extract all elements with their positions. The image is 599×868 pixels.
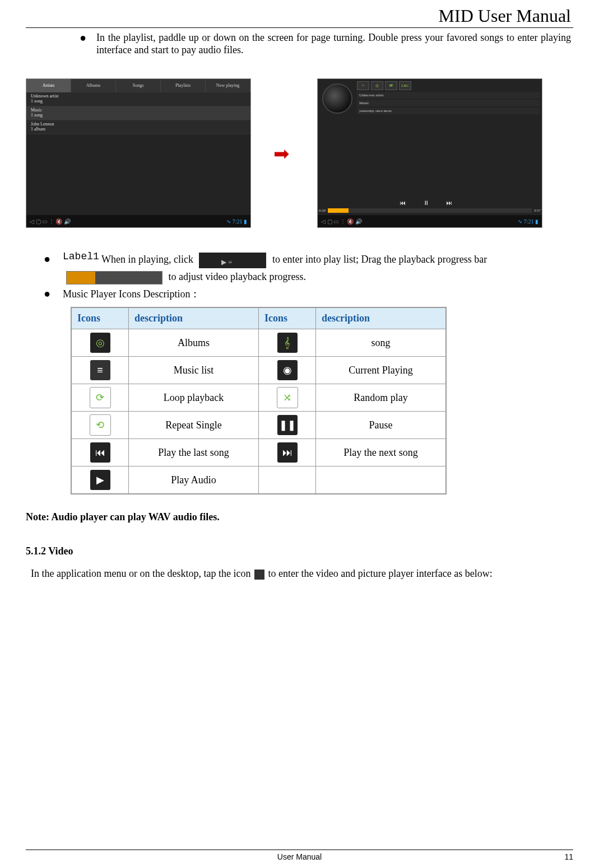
cell: Current Playing xyxy=(316,357,447,384)
body-text: In the application menu or on the deskto… xyxy=(26,567,573,580)
video-app-icon xyxy=(254,570,264,580)
repeat-one-icon: ⟲ xyxy=(90,414,111,436)
tab-playlists[interactable]: Playlists xyxy=(161,79,206,92)
footer-center: User Manual xyxy=(43,852,556,861)
header-rule xyxy=(26,27,573,28)
label1: Label1 xyxy=(63,251,99,262)
th-icons: Icons xyxy=(259,307,316,329)
bullet-item-3: ● Music Player Icons Description： xyxy=(44,285,573,302)
header-title: MID User Manual xyxy=(26,6,573,26)
th-icons: Icons xyxy=(71,307,129,329)
play-icon: ▶ xyxy=(90,470,110,490)
clock: ∿ 7:21 ▮ xyxy=(518,218,538,225)
bullet-item-2: ● Label1 When in playing, click to enter… xyxy=(44,250,573,285)
cell: Albums xyxy=(129,329,259,357)
next-icon: ⏭ xyxy=(277,442,298,463)
nowplaying-icon: ◉ xyxy=(277,360,298,380)
tab-albums[interactable]: Albums xyxy=(71,79,116,92)
song-icon: 𝄞 xyxy=(277,333,298,353)
icon-table: Icons description Icons description ◎ Al… xyxy=(71,307,447,494)
tab-bar: Artists Albums Songs Playlists Now playi… xyxy=(26,79,250,92)
cell: Play Audio xyxy=(129,466,259,494)
cell: Music list xyxy=(129,357,259,384)
bullet-item-1: ● In the playlist, paddle up or down on … xyxy=(80,31,571,56)
cell: Repeat Single xyxy=(129,412,259,439)
album-line: Music xyxy=(357,100,540,106)
list-item[interactable]: John Lennon1 album xyxy=(26,120,250,134)
prev-icon: ⏮ xyxy=(90,442,110,463)
lrc-icon[interactable]: LRC xyxy=(399,81,411,90)
screenshot-player: ≡ ◎ ⇄ LRC Unknown artist Music yesterday… xyxy=(317,78,542,228)
cell: Pause xyxy=(316,412,447,439)
text: to adjust video playback progress. xyxy=(169,271,306,282)
loop-icon: ⟳ xyxy=(90,387,111,408)
section-heading: 5.1.2 Video xyxy=(26,545,573,557)
bullet-text: In the playlist, paddle up or down on th… xyxy=(96,31,571,56)
musiclist-icon: ≡ xyxy=(90,360,110,380)
nowplaying-icon[interactable]: ◎ xyxy=(371,81,383,90)
th-desc: description xyxy=(129,307,259,329)
albums-icon: ◎ xyxy=(90,333,110,353)
tab-nowplaying[interactable]: Now playing xyxy=(206,79,250,92)
playlist-icon[interactable]: ≡ xyxy=(357,81,369,90)
tab-artists[interactable]: Artists xyxy=(26,79,71,92)
th-desc: description xyxy=(316,307,447,329)
cell: Play the last song xyxy=(129,439,259,466)
nav-icons[interactable]: ◁ ▢ ▭ ⋮ 🔇 🔊 xyxy=(30,218,71,225)
bullet-dot: ● xyxy=(44,285,53,302)
artist-line: Unknown artist xyxy=(357,92,540,99)
text: When in playing, click xyxy=(101,254,193,265)
note-text: Note: Audio player can play WAV audio fi… xyxy=(26,511,573,523)
bullet-dot: ● xyxy=(44,250,53,267)
screenshot-playlist: Artists Albums Songs Playlists Now playi… xyxy=(26,78,251,228)
footer: User Manual 11 xyxy=(26,850,573,861)
title-line: yesterday once more xyxy=(357,108,540,114)
cell xyxy=(316,466,447,494)
playback-controls[interactable]: ⏮ ⏸ ⏭ xyxy=(318,199,542,206)
cell: song xyxy=(316,329,447,357)
cell: Loop playback xyxy=(129,384,259,412)
clock: ∿ 7:21 ▮ xyxy=(226,218,247,225)
progress-bar[interactable]: 0:20 3:57 xyxy=(319,207,541,214)
pause-icon: ❚❚ xyxy=(277,415,298,435)
bullet-text: Music Player Icons Description： xyxy=(63,286,573,302)
list-item[interactable]: Music1 song xyxy=(26,106,250,120)
nav-icons[interactable]: ◁ ▢ ▭ ⋮ 🔇 🔊 xyxy=(321,218,362,225)
progress-bar-icon xyxy=(66,271,162,284)
time-right: 3:57 xyxy=(534,208,541,213)
shuffle-icon: ⤨ xyxy=(277,387,298,408)
bullet-dot: ● xyxy=(80,31,86,56)
time-left: 0:20 xyxy=(319,208,326,213)
list-item[interactable]: Unknown artist1 song xyxy=(26,92,250,106)
cell: Play the next song xyxy=(316,439,447,466)
screenshots-row: Artists Albums Songs Playlists Now playi… xyxy=(26,78,573,228)
album-art-icon xyxy=(322,83,352,114)
playlist-button-icon xyxy=(199,253,266,268)
text: to enter into play list; Drag the playba… xyxy=(272,254,487,265)
arrow-icon: ➡ xyxy=(273,142,289,165)
android-nav-bar: ◁ ▢ ▭ ⋮ 🔇 🔊 ∿ 7:21 ▮ xyxy=(26,215,250,227)
shuffle-icon[interactable]: ⇄ xyxy=(385,81,397,90)
cell: Random play xyxy=(316,384,447,412)
android-nav-bar: ◁ ▢ ▭ ⋮ 🔇 🔊 ∿ 7:21 ▮ xyxy=(318,215,542,227)
page-number: 11 xyxy=(556,852,573,861)
tab-songs[interactable]: Songs xyxy=(116,79,161,92)
